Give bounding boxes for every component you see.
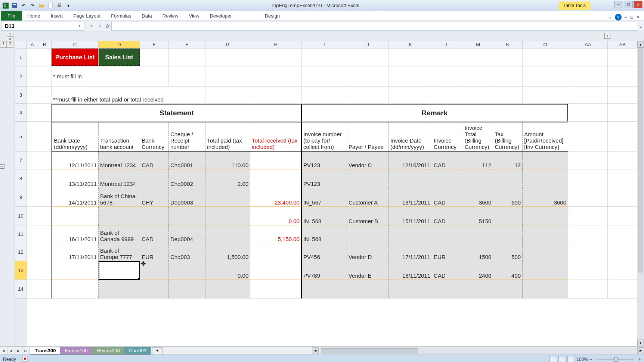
cell-b3[interactable]	[38, 87, 52, 104]
purchase-list-button[interactable]: Purchase List	[52, 49, 98, 66]
cell-H1[interactable]	[250, 49, 302, 66]
cell-C7[interactable]: 12/11/2011	[52, 152, 99, 169]
cell-I10[interactable]: IN_568	[302, 207, 347, 225]
cell-F11[interactable]: Dep0004	[169, 225, 205, 243]
vscroll-thumb[interactable]	[638, 49, 643, 272]
sheet-tab-curr003[interactable]: Curr003	[124, 347, 151, 355]
cell-N2[interactable]	[493, 66, 523, 87]
cell-a3[interactable]	[27, 87, 38, 104]
cell-AA3[interactable]	[568, 87, 608, 104]
col-header-L[interactable]: L	[432, 41, 463, 48]
cell-AB11[interactable]	[608, 225, 637, 243]
file-tab[interactable]: File	[1, 11, 22, 21]
cell-O1[interactable]	[523, 49, 568, 66]
cell-b5[interactable]	[38, 122, 52, 152]
cell-a11[interactable]	[27, 225, 38, 243]
cell-b7[interactable]	[38, 152, 52, 169]
cell-J10[interactable]: Customer B	[347, 207, 389, 225]
cell-AA4[interactable]	[568, 104, 608, 122]
cell-D9[interactable]: Bank of China 5678	[99, 188, 140, 207]
new-sheet-icon[interactable]: ✦	[152, 347, 162, 354]
col-header-J[interactable]: J	[347, 41, 389, 48]
review-tab[interactable]: Review	[157, 11, 184, 21]
cell-AB14[interactable]	[608, 280, 637, 299]
cell-I13[interactable]: PV789	[302, 261, 347, 280]
cell-b2[interactable]	[38, 66, 52, 87]
cell-b11[interactable]	[38, 225, 52, 243]
cell-K12[interactable]: 17/11/2011	[389, 243, 432, 261]
name-box-dropdown-icon[interactable]: ▼	[78, 24, 81, 28]
cell-D11[interactable]: Bank of Canada 9999	[99, 225, 140, 243]
cell-F12[interactable]: Chq003	[169, 243, 205, 261]
doc-min-icon[interactable]: ─	[625, 15, 627, 19]
cell-L11[interactable]	[432, 225, 463, 243]
cell-K13[interactable]: 18/11/2011	[389, 261, 432, 280]
select-all-corner[interactable]	[15, 41, 27, 49]
cell-G14[interactable]	[205, 280, 250, 299]
cell-G13[interactable]: 0.00	[205, 261, 250, 280]
col-header-D[interactable]: D	[99, 41, 140, 48]
col-header-G[interactable]: G	[205, 41, 250, 48]
sales-list-button[interactable]: Sales List	[99, 49, 140, 66]
cell-L1[interactable]	[432, 49, 463, 66]
scroll-down-icon[interactable]: ▼	[637, 340, 644, 346]
cell-J14[interactable]	[347, 280, 389, 299]
cell-F9[interactable]: Dep0003	[169, 188, 205, 207]
cell-I9[interactable]: IN_567	[302, 188, 347, 207]
cell-G8[interactable]: 2.00	[205, 169, 250, 188]
page-layout-tab[interactable]: Page Layout	[68, 11, 106, 21]
cell-H12[interactable]	[250, 243, 302, 261]
cell-F13[interactable]	[169, 261, 205, 280]
cell-K3[interactable]	[389, 87, 432, 104]
cell-AA2[interactable]	[568, 66, 608, 87]
col-header-N[interactable]: N	[493, 41, 523, 48]
formula-input[interactable]	[111, 22, 637, 31]
cell-b12[interactable]	[38, 243, 52, 261]
cell-C9[interactable]: 14/11/2011	[52, 188, 99, 207]
doc-close-icon[interactable]: ✕	[637, 15, 640, 19]
row-header-11[interactable]: 11	[15, 225, 27, 243]
cell-C10[interactable]	[52, 207, 99, 225]
cell-a7[interactable]	[27, 152, 38, 169]
cell-O13[interactable]	[523, 261, 568, 280]
cell-J9[interactable]: Customer A	[347, 188, 389, 207]
cell-K10[interactable]: 15/11/2011	[389, 207, 432, 225]
cell-I3[interactable]	[302, 87, 347, 104]
cell-G2[interactable]	[205, 66, 250, 87]
prev-sheet-icon[interactable]: ◀	[7, 347, 15, 355]
cell-E13[interactable]	[140, 261, 169, 280]
sheet-tab-revinv200[interactable]: RevInv200	[92, 347, 125, 355]
cell-AA12[interactable]	[568, 243, 608, 261]
column-expand-icon[interactable]: +	[604, 33, 610, 39]
hscroll-left-icon[interactable]: ◀	[312, 347, 319, 354]
cell-N1[interactable]	[493, 49, 523, 66]
vertical-scroll[interactable]: ▲ ▼	[637, 41, 644, 346]
undo-icon[interactable]: ↶	[19, 1, 28, 10]
cell-N14[interactable]	[493, 280, 523, 299]
cell-K7[interactable]: 12/10/2011	[389, 152, 432, 169]
sheet-body[interactable]: Purchase ListSales List* must fill in**m…	[27, 49, 637, 299]
next-sheet-icon[interactable]: ▶	[15, 347, 22, 355]
cell-D13[interactable]	[99, 261, 140, 280]
cell-H3[interactable]	[250, 87, 302, 104]
col-header-AB[interactable]: AB	[608, 41, 637, 48]
cell-O2[interactable]	[523, 66, 568, 87]
cell-a10[interactable]	[27, 207, 38, 225]
cell-D14[interactable]	[99, 280, 140, 299]
fx-icon[interactable]: fx	[106, 23, 110, 29]
note-either[interactable]: **must fill in either total paid or tota…	[52, 87, 205, 104]
cell-L13[interactable]: CAD	[432, 261, 463, 280]
formulas-tab[interactable]: Formulas	[106, 11, 136, 21]
cell-F14[interactable]	[169, 280, 205, 299]
outline-row-1[interactable]: 1	[0, 41, 7, 48]
cell-AB2[interactable]	[608, 66, 637, 87]
home-tab[interactable]: Home	[22, 11, 46, 21]
cell-AB4[interactable]	[608, 104, 637, 122]
outline-row-2[interactable]: 2	[7, 41, 13, 48]
col-header-A[interactable]: A	[27, 41, 38, 48]
cell-AA8[interactable]	[568, 169, 608, 188]
cell-N11[interactable]	[493, 225, 523, 243]
row-header-2[interactable]: 2	[15, 66, 27, 87]
cell-N3[interactable]	[493, 87, 523, 104]
cell-AB13[interactable]	[608, 261, 637, 280]
